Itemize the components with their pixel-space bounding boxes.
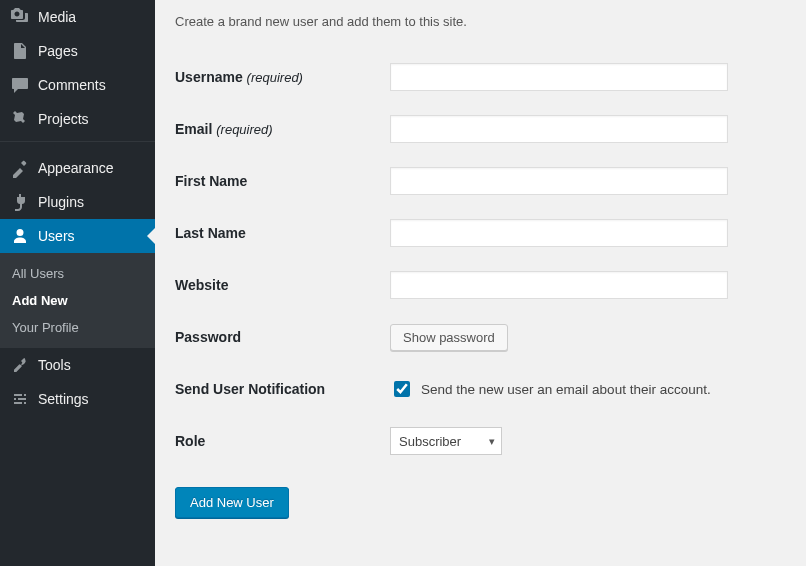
media-icon [10, 7, 30, 27]
sidebar-item-label: Appearance [38, 160, 114, 176]
email-label: Email (required) [175, 103, 390, 155]
sidebar-item-label: Tools [38, 357, 71, 373]
add-user-form: Username (required) Email (required) Fir… [175, 51, 786, 467]
notification-checkbox-wrap[interactable]: Send the new user an email about their a… [390, 378, 786, 400]
projects-icon [10, 109, 30, 129]
notification-checkbox[interactable] [394, 381, 410, 397]
role-label: Role [175, 415, 390, 467]
first-name-input[interactable] [390, 167, 728, 195]
page-description: Create a brand new user and add them to … [175, 14, 786, 29]
main-content: Create a brand new user and add them to … [155, 0, 806, 566]
website-input[interactable] [390, 271, 728, 299]
sidebar-item-label: Users [38, 228, 75, 244]
role-select[interactable]: Subscriber [390, 427, 502, 455]
comments-icon [10, 75, 30, 95]
sidebar-item-settings[interactable]: Settings [0, 382, 155, 416]
username-label: Username (required) [175, 51, 390, 103]
notification-text: Send the new user an email about their a… [421, 382, 711, 397]
submenu-add-new[interactable]: Add New [0, 287, 155, 314]
last-name-input[interactable] [390, 219, 728, 247]
last-name-label: Last Name [175, 207, 390, 259]
pages-icon [10, 41, 30, 61]
submenu-your-profile[interactable]: Your Profile [0, 314, 155, 341]
submit-row: Add New User [175, 487, 786, 518]
sidebar-item-tools[interactable]: Tools [0, 348, 155, 382]
submenu-all-users[interactable]: All Users [0, 260, 155, 287]
tools-icon [10, 355, 30, 375]
role-select-value: Subscriber [399, 434, 461, 449]
notification-label: Send User Notification [175, 363, 390, 415]
sidebar-separator [0, 141, 155, 146]
sidebar-item-appearance[interactable]: Appearance [0, 151, 155, 185]
email-input[interactable] [390, 115, 728, 143]
sidebar-item-label: Pages [38, 43, 78, 59]
sidebar-item-label: Media [38, 9, 76, 25]
admin-sidebar: Media Pages Comments Projects Appearance… [0, 0, 155, 566]
appearance-icon [10, 158, 30, 178]
sidebar-item-label: Comments [38, 77, 106, 93]
website-label: Website [175, 259, 390, 311]
sidebar-item-pages[interactable]: Pages [0, 34, 155, 68]
users-submenu: All Users Add New Your Profile [0, 253, 155, 348]
sidebar-item-label: Plugins [38, 194, 84, 210]
sidebar-item-users[interactable]: Users [0, 219, 155, 253]
sidebar-item-comments[interactable]: Comments [0, 68, 155, 102]
add-new-user-button[interactable]: Add New User [175, 487, 289, 518]
username-input[interactable] [390, 63, 728, 91]
password-label: Password [175, 311, 390, 363]
settings-icon [10, 389, 30, 409]
sidebar-item-plugins[interactable]: Plugins [0, 185, 155, 219]
sidebar-item-label: Settings [38, 391, 89, 407]
sidebar-item-projects[interactable]: Projects [0, 102, 155, 136]
first-name-label: First Name [175, 155, 390, 207]
plugins-icon [10, 192, 30, 212]
sidebar-item-media[interactable]: Media [0, 0, 155, 34]
show-password-button[interactable]: Show password [390, 324, 508, 351]
users-icon [10, 226, 30, 246]
sidebar-item-label: Projects [38, 111, 89, 127]
